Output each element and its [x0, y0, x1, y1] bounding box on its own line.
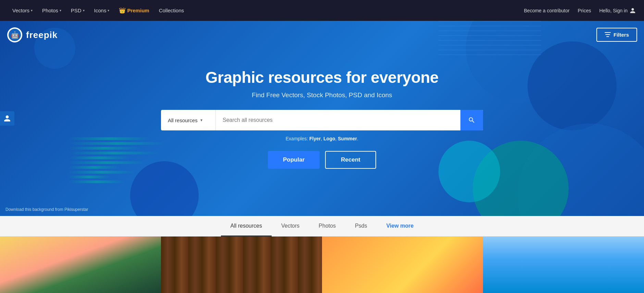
tab-photos[interactable]: Photos — [309, 216, 345, 237]
resource-type-selector[interactable]: All resources ▾ — [161, 110, 216, 130]
resource-selector-chevron-icon: ▾ — [200, 118, 202, 123]
nav-sign-in[interactable]: Hello, Sign in — [599, 8, 636, 14]
recent-button[interactable]: Recent — [325, 151, 376, 169]
thumb-item-3[interactable] — [322, 237, 483, 293]
thumb-image-2 — [161, 237, 322, 293]
nav-right-items: Become a contributor Prices Hello, Sign … — [524, 8, 636, 14]
hero-title: Graphic resources for everyone — [0, 68, 644, 87]
thumb-item-4[interactable] — [483, 237, 644, 293]
thumb-image-1 — [0, 237, 161, 293]
bg-grid-lines — [438, 21, 541, 62]
icons-chevron-icon: ▾ — [108, 9, 109, 12]
nav-prices[interactable]: Prices — [578, 8, 591, 13]
thumb-item-2[interactable] — [161, 237, 322, 293]
tab-all-resources[interactable]: All resources — [221, 216, 272, 237]
filters-button[interactable]: Filters — [596, 28, 637, 42]
top-navigation: Vectors ▾ Photos ▾ PSD ▾ Icons ▾ 👑 Premi… — [0, 0, 644, 21]
nav-item-psd[interactable]: PSD ▾ — [67, 0, 89, 21]
search-button[interactable] — [460, 110, 483, 130]
popular-button[interactable]: Popular — [268, 151, 320, 169]
crown-icon: 👑 — [119, 7, 126, 14]
nav-left-items: Vectors ▾ Photos ▾ PSD ▾ Icons ▾ 👑 Premi… — [8, 0, 524, 21]
nav-item-vectors[interactable]: Vectors ▾ — [8, 0, 37, 21]
search-examples: Examples: Flyer, Logo, Summer. — [0, 136, 644, 141]
nav-item-collections[interactable]: Collections — [155, 0, 188, 21]
thumbnail-strip — [0, 237, 644, 293]
svg-rect-0 — [605, 32, 611, 33]
search-input[interactable] — [216, 110, 460, 130]
search-bar: All resources ▾ — [161, 110, 483, 130]
psd-chevron-icon: ▾ — [83, 9, 85, 12]
hero-credit-text: Download this background from Pikisupers… — [5, 207, 88, 212]
freepik-logo[interactable]: 🤖 freepik — [7, 27, 58, 43]
example-logo[interactable]: Logo — [323, 136, 335, 141]
vectors-chevron-icon: ▾ — [31, 9, 33, 12]
tab-vectors[interactable]: Vectors — [272, 216, 309, 237]
sidebar-user-icon — [3, 115, 11, 122]
search-icon — [468, 116, 475, 124]
freepik-logo-text: freepik — [26, 30, 58, 40]
nav-item-photos[interactable]: Photos ▾ — [38, 0, 65, 21]
photos-chevron-icon: ▾ — [60, 9, 61, 12]
nav-become-contributor[interactable]: Become a contributor — [524, 8, 570, 13]
filters-icon — [605, 32, 611, 38]
thumb-item-1[interactable] — [0, 237, 161, 293]
hero-content: Graphic resources for everyone Find Free… — [0, 68, 644, 169]
thumb-image-3 — [322, 237, 483, 293]
user-icon — [630, 8, 636, 14]
tab-view-more[interactable]: View more — [377, 216, 423, 237]
example-summer[interactable]: Summer — [338, 136, 357, 141]
svg-rect-2 — [606, 36, 609, 37]
hero-section: Filters 🤖 freepik Graphic resources for … — [0, 21, 644, 216]
hero-subtitle: Find Free Vectors, Stock Photos, PSD and… — [0, 91, 644, 99]
svg-text:🤖: 🤖 — [11, 31, 19, 39]
nav-item-icons[interactable]: Icons ▾ — [90, 0, 114, 21]
thumb-image-4 — [483, 237, 644, 293]
hero-action-buttons: Popular Recent — [0, 151, 644, 169]
sidebar-user-button[interactable] — [0, 111, 14, 126]
svg-rect-1 — [605, 34, 610, 35]
example-flyer[interactable]: Flyer — [309, 136, 321, 141]
nav-item-premium[interactable]: 👑 Premium — [115, 0, 153, 21]
freepik-logo-icon: 🤖 — [7, 27, 23, 43]
tab-psds[interactable]: Psds — [345, 216, 377, 237]
category-tabs-bar: All resources Vectors Photos Psds View m… — [0, 216, 644, 237]
